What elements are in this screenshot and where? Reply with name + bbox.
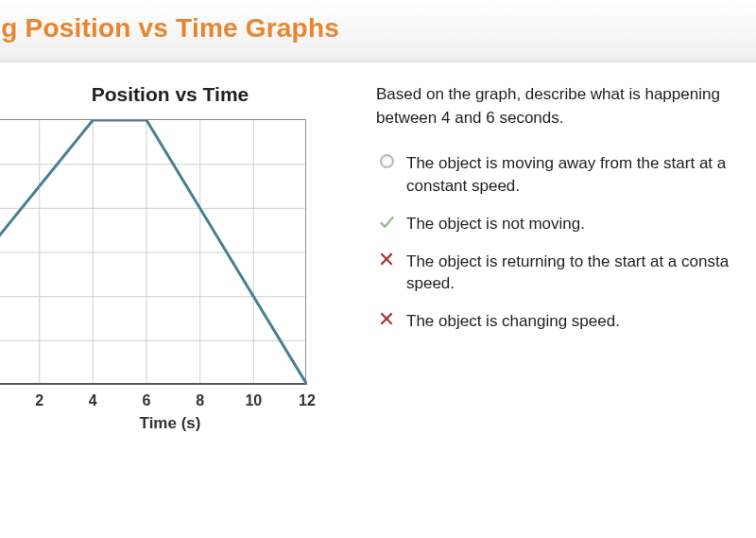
content-area: Position vs Time 2 (0, 62, 756, 433)
wrong-icon (376, 252, 397, 266)
question-column: Based on the graph, describe what is hap… (359, 83, 756, 433)
position-vs-time-chart: 2 4 6 8 10 12 (0, 119, 306, 384)
chart-grid (0, 120, 307, 385)
question-line1: Based on the graph, describe what is hap… (376, 85, 720, 103)
x-tick-10: 10 (245, 392, 262, 409)
option-1[interactable]: The object is moving away from the start… (376, 147, 756, 207)
option-2-text: The object is not moving. (406, 213, 585, 235)
chart-title: Position vs Time (2, 83, 338, 106)
x-axis-label: Time (s) (2, 414, 338, 433)
header-bar: ing Position vs Time Graphs (0, 0, 756, 62)
x-tick-4: 4 (89, 392, 97, 409)
x-tick-2: 2 (35, 392, 43, 409)
check-icon (376, 215, 397, 230)
option-3-text: The object is returning to the start at … (406, 251, 729, 296)
option-3-line1: The object is returning to the start at … (406, 252, 729, 270)
option-2[interactable]: The object is not moving. (376, 207, 756, 245)
radio-empty-icon (376, 154, 397, 168)
option-4[interactable]: The object is changing speed. (376, 304, 756, 342)
x-tick-6: 6 (143, 392, 151, 409)
wrong-icon (376, 312, 397, 325)
answer-options: The object is moving away from the start… (376, 147, 756, 342)
chart-svg (0, 120, 307, 385)
x-tick-12: 12 (299, 392, 316, 409)
option-1-line1: The object is moving away from the start… (406, 154, 726, 172)
option-3-line2: speed. (406, 274, 455, 292)
option-1-text: The object is moving away from the start… (406, 152, 726, 198)
question-text: Based on the graph, describe what is hap… (376, 83, 756, 130)
option-3[interactable]: The object is returning to the start at … (376, 245, 756, 305)
option-1-line2: constant speed. (406, 177, 520, 195)
option-4-text: The object is changing speed. (406, 310, 620, 333)
chart-column: Position vs Time 2 (0, 83, 338, 433)
question-line2: between 4 and 6 seconds. (376, 109, 563, 127)
x-tick-8: 8 (196, 392, 204, 409)
page-title: ing Position vs Time Graphs (0, 13, 733, 43)
